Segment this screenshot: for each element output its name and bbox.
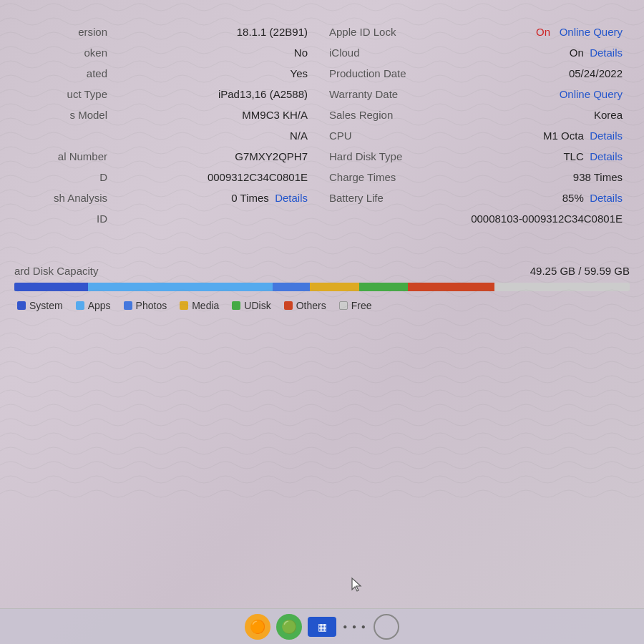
rvalue-longid: 00008103-0009312C34C0801E [422, 213, 630, 225]
bar-system [14, 283, 88, 291]
row-salesmodel: s Model MM9C3 KH/A Sales Region Korea [14, 104, 630, 125]
left-version: ersion 18.1.1 (22B91) [14, 26, 322, 38]
legend-free: Free [339, 300, 372, 311]
right-salesregion: Sales Region Korea [322, 109, 630, 121]
bar-apps [88, 283, 273, 291]
left-na: N/A [14, 130, 322, 142]
row-version: ersion 18.1.1 (22B91) Apple ID Lock On O… [14, 21, 630, 42]
storage-section: ard Disk Capacity 49.25 GB / 59.59 GB Sy… [0, 258, 644, 318]
rlabel-chargetimes: Charge Times [322, 171, 422, 183]
right-warrantydate: Warranty Date Online Query [322, 88, 630, 100]
left-udid: D 0009312C34C0801E [14, 171, 322, 183]
legend-dot-others [284, 301, 293, 310]
taskbar-icon-3[interactable]: ▦ [308, 617, 336, 637]
icloud-details[interactable]: Details [590, 47, 623, 59]
legend-photos: Photos [124, 300, 167, 311]
legend-label-free: Free [351, 300, 372, 311]
legend-dot-media [180, 301, 188, 310]
storage-legend: System Apps Photos Media UDisk Others [14, 300, 630, 311]
row-na: N/A CPU M1 Octa Details [14, 125, 630, 146]
value-version: 18.1.1 (22B91) [114, 26, 322, 38]
row-token: oken No iCloud On Details [14, 42, 630, 63]
mouse-cursor [351, 577, 365, 594]
rlabel-cpu: CPU [322, 130, 422, 142]
legend-media: Media [180, 300, 219, 311]
right-cpu: CPU M1 Octa Details [322, 130, 630, 142]
label-id: ID [14, 213, 114, 225]
value-flash: 0 Times Details [114, 192, 322, 204]
legend-apps: Apps [76, 300, 111, 311]
taskbar-icon-2[interactable]: 🟢 [276, 614, 302, 640]
label-serial: al Number [14, 150, 114, 162]
row-serial: al Number G7MXY2QPH7 Hard Disk Type TLC … [14, 146, 630, 167]
disktype-details[interactable]: Details [590, 150, 623, 162]
legend-label-others: Others [296, 300, 326, 311]
rvalue-cpu: M1 Octa Details [422, 130, 630, 142]
left-flash: sh Analysis 0 Times Details [14, 192, 322, 204]
label-version: ersion [14, 26, 114, 38]
legend-dot-apps [76, 301, 84, 310]
legend-dot-system [17, 301, 26, 310]
info-table: ersion 18.1.1 (22B91) Apple ID Lock On O… [0, 14, 644, 236]
right-battery: Battery Life 85% Details [322, 192, 630, 204]
appleidlock-on: On [536, 26, 550, 38]
taskbar: 🟠 🟢 ▦ ● ● ● [0, 608, 644, 644]
storage-bar [14, 283, 630, 291]
rvalue-chargetimes: 938 Times [422, 171, 630, 183]
right-chargetimes: Charge Times 938 Times [322, 171, 630, 183]
label-activated: ated [14, 67, 114, 79]
legend-label-udisk: UDisk [244, 300, 270, 311]
rlabel-appleidlock: Apple ID Lock [322, 26, 422, 38]
battery-details[interactable]: Details [590, 192, 623, 204]
legend-dot-photos [124, 301, 132, 310]
rvalue-appleidlock: On Online Query [422, 26, 630, 38]
bar-photos [273, 283, 310, 291]
flash-details[interactable]: Details [275, 192, 308, 204]
appleidlock-query[interactable]: Online Query [560, 26, 623, 38]
rvalue-icloud: On Details [422, 47, 630, 59]
legend-label-apps: Apps [88, 300, 111, 311]
right-disktype: Hard Disk Type TLC Details [322, 150, 630, 162]
right-icloud: iCloud On Details [322, 47, 630, 59]
row-id: ID 00008103-0009312C34C0801E [14, 208, 630, 229]
rvalue-disktype: TLC Details [422, 150, 630, 162]
left-id: ID [14, 213, 322, 225]
row-udid: D 0009312C34C0801E Charge Times 938 Time… [14, 167, 630, 187]
legend-dot-free [339, 301, 348, 310]
left-producttype: uct Type iPad13,16 (A2588) [14, 88, 322, 100]
rlabel-icloud: iCloud [322, 47, 422, 59]
value-serial: G7MXY2QPH7 [114, 150, 322, 162]
label-salesmodel: s Model [14, 109, 114, 121]
rvalue-warrantydate: Online Query [422, 88, 630, 100]
label-producttype: uct Type [14, 88, 114, 100]
label-flash: sh Analysis [14, 192, 114, 204]
legend-label-system: System [29, 300, 63, 311]
row-producttype: uct Type iPad13,16 (A2588) Warranty Date… [14, 84, 630, 104]
warrantydate-query[interactable]: Online Query [560, 88, 623, 100]
legend-dot-udisk [232, 301, 240, 310]
left-serial: al Number G7MXY2QPH7 [14, 150, 322, 162]
rlabel-disktype: Hard Disk Type [322, 150, 422, 162]
cpu-details[interactable]: Details [590, 130, 623, 142]
rlabel-battery: Battery Life [322, 192, 422, 204]
row-flash: sh Analysis 0 Times Details Battery Life… [14, 187, 630, 208]
left-activated: ated Yes [14, 67, 322, 79]
bar-udisk [359, 283, 409, 291]
bar-media [310, 283, 359, 291]
storage-label: ard Disk Capacity [14, 265, 99, 277]
value-na: N/A [114, 130, 322, 142]
legend-label-photos: Photos [136, 300, 167, 311]
label-udid: D [14, 171, 114, 183]
rvalue-salesregion: Korea [422, 109, 630, 121]
taskbar-icon-1[interactable]: 🟠 [245, 614, 270, 640]
taskbar-icon-circle[interactable] [374, 614, 399, 640]
value-token: No [114, 47, 322, 59]
left-salesmodel: s Model MM9C3 KH/A [14, 109, 322, 121]
value-producttype: iPad13,16 (A2588) [114, 88, 322, 100]
value-salesmodel: MM9C3 KH/A [114, 109, 322, 121]
label-token: oken [14, 47, 114, 59]
right-proddate: Production Date 05/24/2022 [322, 67, 630, 79]
taskbar-icon-dots: ● ● ● [342, 614, 368, 640]
right-longid: 00008103-0009312C34C0801E [322, 213, 630, 225]
bar-free [494, 283, 630, 291]
